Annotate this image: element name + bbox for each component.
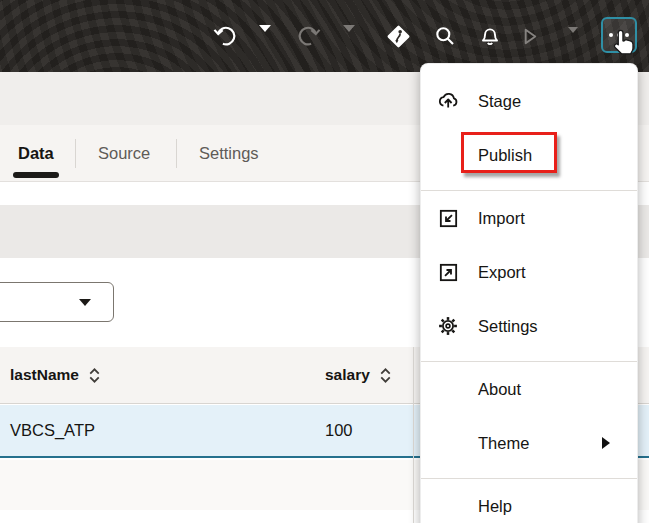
- cell-lastname: VBCS_ATP: [10, 405, 95, 456]
- search-icon[interactable]: [433, 24, 457, 51]
- filter-select[interactable]: [0, 282, 114, 322]
- undo-options-caret-icon[interactable]: [259, 32, 271, 47]
- tab-separator: [75, 139, 76, 168]
- run-options-caret-icon[interactable]: [568, 33, 578, 48]
- menu-item-stage[interactable]: Stage: [421, 74, 637, 128]
- menu-item-label: Stage: [478, 92, 521, 111]
- undo-icon[interactable]: [213, 24, 238, 50]
- menu-item-label: Help: [478, 497, 512, 516]
- sort-icon: [379, 367, 392, 384]
- redo-options-caret-icon[interactable]: [343, 32, 355, 47]
- export-icon: [436, 260, 460, 284]
- diff-diamond-icon[interactable]: [385, 23, 412, 53]
- import-icon: [436, 206, 460, 230]
- spacer-icon: [436, 377, 460, 401]
- stage-cloud-upload-icon: [436, 89, 460, 113]
- spacer-icon: [436, 143, 460, 167]
- menu-item-label: Publish: [478, 146, 532, 165]
- redo-icon[interactable]: [296, 24, 321, 50]
- settings-gear-icon: [436, 314, 460, 338]
- column-label: salary: [325, 366, 370, 384]
- active-tab-underline: [13, 172, 59, 178]
- menu-item-settings[interactable]: Settings: [421, 299, 637, 353]
- app-header: [0, 0, 649, 72]
- submenu-arrow-icon: [602, 437, 610, 449]
- table-column-divider: [413, 347, 414, 523]
- tab-settings-label: Settings: [199, 144, 259, 163]
- overflow-menu-icon[interactable]: [601, 17, 637, 53]
- tab-data-label: Data: [18, 144, 54, 163]
- menu-item-export[interactable]: Export: [421, 245, 637, 299]
- overflow-menu: Stage Publish Import Export: [420, 63, 638, 523]
- menu-item-label: Theme: [478, 434, 529, 453]
- column-header-lastname[interactable]: lastName: [10, 347, 101, 403]
- notifications-bell-icon[interactable]: [478, 24, 502, 51]
- column-header-salary[interactable]: salary: [325, 347, 392, 403]
- menu-item-import[interactable]: Import: [421, 191, 637, 245]
- tab-separator: [176, 139, 177, 168]
- column-label: lastName: [10, 366, 79, 384]
- menu-item-theme[interactable]: Theme: [421, 416, 637, 470]
- app-window: Data Source Settings lastName salary: [0, 0, 649, 523]
- menu-item-publish[interactable]: Publish: [421, 128, 637, 182]
- menu-item-label: About: [478, 380, 521, 399]
- menu-item-about[interactable]: About: [421, 362, 637, 416]
- menu-item-label: Export: [478, 263, 526, 282]
- run-play-icon[interactable]: [518, 25, 541, 51]
- menu-item-help[interactable]: Help: [421, 479, 637, 523]
- cell-salary: 100: [325, 405, 353, 456]
- menu-item-label: Settings: [478, 317, 538, 336]
- menu-item-label: Import: [478, 209, 525, 228]
- spacer-icon: [436, 494, 460, 518]
- tab-source-label: Source: [98, 144, 150, 163]
- spacer-icon: [436, 431, 460, 455]
- chevron-down-icon: [79, 299, 91, 306]
- tab-source[interactable]: Source: [98, 125, 150, 181]
- sort-icon: [88, 367, 101, 384]
- tab-settings[interactable]: Settings: [199, 125, 259, 181]
